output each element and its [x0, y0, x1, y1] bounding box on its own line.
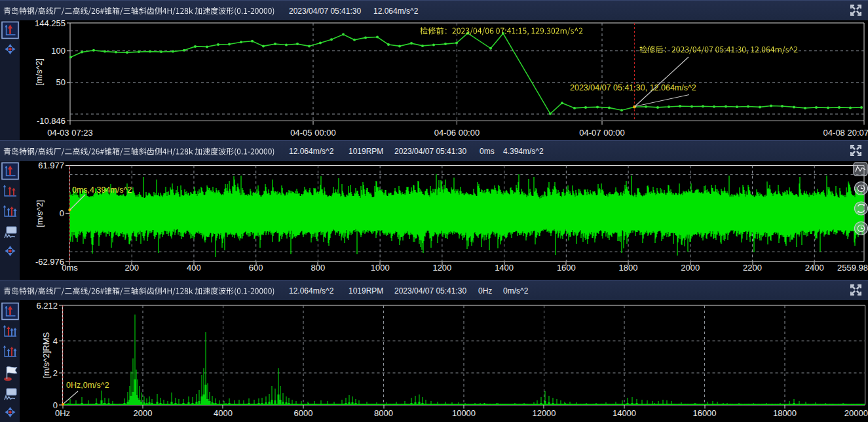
svg-text:200: 200: [124, 263, 139, 273]
svg-text:1800: 1800: [619, 263, 638, 273]
svg-text:6.212: 6.212: [36, 301, 58, 311]
svg-text:8000: 8000: [374, 408, 393, 418]
svg-text:2400: 2400: [805, 263, 824, 273]
svg-text:1019RPM: 1019RPM: [349, 147, 383, 156]
svg-text:1200: 1200: [432, 263, 451, 273]
svg-text:0ms: 0ms: [62, 263, 78, 273]
svg-text:1000: 1000: [371, 263, 390, 273]
svg-text:2000: 2000: [681, 263, 700, 273]
svg-text:0ms,4.394m/s^2: 0ms,4.394m/s^2: [72, 185, 132, 195]
svg-text:04-06 00:00: 04-06 00:00: [434, 128, 480, 138]
svg-text:0: 0: [60, 208, 64, 218]
svg-text:4: 4: [53, 336, 58, 346]
svg-text:16000: 16000: [692, 408, 716, 418]
svg-text:4.394m/s^2: 4.394m/s^2: [503, 147, 544, 156]
svg-text:2559.98: 2559.98: [837, 263, 868, 273]
svg-text:0Hz,0m/s^2: 0Hz,0m/s^2: [66, 381, 109, 390]
svg-text:18000: 18000: [773, 408, 797, 418]
svg-text:61.977: 61.977: [38, 161, 64, 170]
svg-text:144.255: 144.255: [35, 18, 66, 28]
svg-text:0m/s^2: 0m/s^2: [503, 286, 529, 296]
svg-text:1600: 1600: [557, 263, 576, 273]
svg-text:2023/04/07 05:41:30: 2023/04/07 05:41:30: [394, 286, 466, 296]
svg-text:0Hz: 0Hz: [55, 408, 70, 418]
svg-text:400: 400: [187, 263, 201, 273]
svg-text:12.064m/s^2: 12.064m/s^2: [289, 147, 334, 156]
svg-text:04-07 00:00: 04-07 00:00: [579, 128, 624, 138]
svg-text:4000: 4000: [214, 408, 233, 418]
svg-text:20000: 20000: [844, 408, 868, 418]
svg-text:2000: 2000: [134, 408, 153, 418]
svg-text:04-05 00:00: 04-05 00:00: [290, 128, 335, 138]
svg-text:600: 600: [249, 263, 263, 273]
svg-text:12000: 12000: [532, 408, 556, 418]
svg-text:04-03 07:23: 04-03 07:23: [47, 128, 92, 138]
svg-text:[m/s^2]: [m/s^2]: [35, 200, 45, 227]
svg-text:800: 800: [311, 263, 326, 273]
svg-text:50: 50: [56, 77, 66, 87]
svg-text:12.064m/s^2: 12.064m/s^2: [373, 7, 419, 16]
svg-text:2023/04/07 05:41:30, 12.064m/s: 2023/04/07 05:41:30, 12.064m/s^2: [570, 83, 696, 92]
svg-text:1019RPM: 1019RPM: [349, 286, 383, 296]
svg-text:14000: 14000: [613, 408, 636, 418]
svg-text:0Hz: 0Hz: [478, 286, 492, 296]
svg-text:1400: 1400: [495, 263, 514, 273]
svg-text:-62.976: -62.976: [35, 257, 64, 267]
svg-text:-10.846: -10.846: [37, 116, 66, 126]
svg-text:[m/s^2]RMS: [m/s^2]RMS: [41, 332, 51, 378]
svg-text:0ms: 0ms: [480, 147, 495, 156]
svg-text:2023/04/07 05:41:30: 2023/04/07 05:41:30: [289, 7, 361, 16]
svg-text:10000: 10000: [452, 408, 476, 418]
svg-text:12.064m/s^2: 12.064m/s^2: [289, 286, 334, 296]
svg-text:2023/04/07 05:41:30: 2023/04/07 05:41:30: [394, 147, 466, 156]
svg-text:04-08 20:07: 04-08 20:07: [823, 128, 868, 138]
svg-text:2: 2: [53, 368, 58, 378]
svg-text:100: 100: [51, 46, 66, 56]
svg-text:2200: 2200: [743, 263, 762, 273]
svg-text:[m/s^2]: [m/s^2]: [34, 58, 44, 86]
svg-text:6000: 6000: [294, 408, 313, 418]
